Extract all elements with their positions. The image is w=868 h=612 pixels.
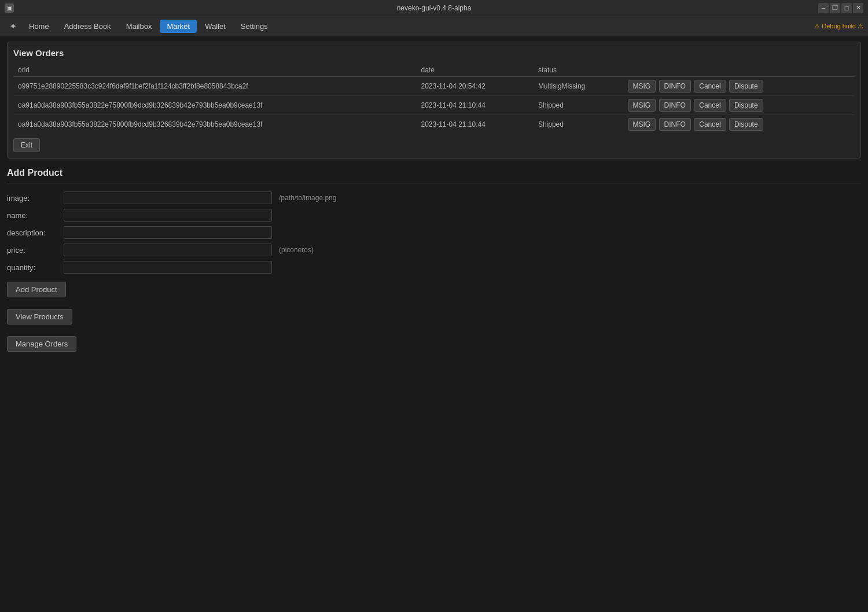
quantity-input[interactable]: [64, 261, 272, 274]
order-date: 2023-11-04 20:54:42: [416, 77, 533, 96]
order-actions: MSIG DINFO Cancel Dispute: [623, 115, 855, 134]
nav-address-book[interactable]: Address Book: [57, 20, 118, 33]
dinfo-button[interactable]: DINFO: [659, 80, 691, 93]
manage-orders-button[interactable]: Manage Orders: [7, 336, 76, 352]
order-status: Shipped: [534, 115, 623, 134]
main-content: View Orders orid date status o99751e2889…: [0, 37, 868, 612]
order-actions: MSIG DINFO Cancel Dispute: [623, 77, 855, 96]
col-status: status: [534, 64, 623, 77]
form-row-image: image: /path/to/image.png: [7, 191, 861, 204]
section-divider: [7, 183, 861, 183]
titlebar: ▣ neveko-gui-v0.4.8-alpha − ❐ □ ✕: [0, 0, 868, 16]
titlebar-title: neveko-gui-v0.4.8-alpha: [397, 4, 472, 12]
nav-market[interactable]: Market: [160, 20, 197, 33]
close-button[interactable]: ✕: [853, 3, 863, 13]
cancel-button[interactable]: Cancel: [694, 99, 726, 112]
form-row-quantity: quantity:: [7, 261, 861, 274]
orders-table: orid date status o99751e28890225583c3c92…: [13, 64, 855, 134]
order-orid: oa91a0da38a903fb55a3822e75800fb9dcd9b326…: [13, 96, 416, 115]
price-hint: (piconeros): [279, 246, 314, 254]
add-product-button[interactable]: Add Product: [7, 282, 66, 297]
view-products-button[interactable]: View Products: [7, 309, 72, 325]
description-label: description:: [7, 228, 59, 237]
table-row: o99751e28890225583c3c924f6daf9f1bef2fa1f…: [13, 77, 855, 96]
minimize-button[interactable]: −: [818, 3, 829, 13]
add-product-title: Add Product: [7, 168, 861, 178]
form-row-description: description:: [7, 226, 861, 239]
image-label: image:: [7, 194, 59, 202]
table-row: oa91a0da38a903fb55a3822e75800fb9dcd9b326…: [13, 96, 855, 115]
dinfo-button[interactable]: DINFO: [659, 118, 691, 131]
price-label: price:: [7, 246, 59, 255]
quantity-label: quantity:: [7, 263, 59, 272]
nav-home[interactable]: Home: [22, 20, 56, 33]
order-orid: o99751e28890225583c3c924f6daf9f1bef2fa1f…: [13, 77, 416, 96]
order-date: 2023-11-04 21:10:44: [416, 115, 533, 134]
dinfo-button[interactable]: DINFO: [659, 99, 691, 112]
msig-button[interactable]: MSIG: [628, 80, 656, 93]
nav-settings[interactable]: Settings: [234, 20, 275, 33]
col-date: date: [416, 64, 533, 77]
dispute-button[interactable]: Dispute: [729, 80, 763, 93]
msig-button[interactable]: MSIG: [628, 99, 656, 112]
add-product-section: Add Product image: /path/to/image.png na…: [7, 168, 861, 309]
order-status: Shipped: [534, 96, 623, 115]
msig-button[interactable]: MSIG: [628, 118, 656, 131]
app-icon: ▣: [5, 3, 14, 13]
table-row: oa91a0da38a903fb55a3822e75800fb9dcd9b326…: [13, 115, 855, 134]
order-orid: oa91a0da38a903fb55a3822e75800fb9dcd9b326…: [13, 115, 416, 134]
image-hint: /path/to/image.png: [279, 194, 336, 202]
titlebar-left: ▣: [5, 3, 14, 13]
description-input[interactable]: [64, 226, 272, 239]
image-input[interactable]: [64, 191, 272, 204]
col-orid: orid: [13, 64, 416, 77]
name-input[interactable]: [64, 209, 272, 222]
nav-mailbox[interactable]: Mailbox: [119, 20, 159, 33]
debug-badge: ⚠ Debug build ⚠: [814, 23, 863, 30]
nav-wallet[interactable]: Wallet: [198, 20, 233, 33]
name-label: name:: [7, 211, 59, 220]
menubar-nav: ✦ Home Address Book Mailbox Market Walle…: [5, 19, 275, 35]
star-icon[interactable]: ✦: [5, 19, 21, 35]
dispute-button[interactable]: Dispute: [729, 99, 763, 112]
maximize-button[interactable]: □: [841, 3, 852, 13]
menubar: ✦ Home Address Book Mailbox Market Walle…: [0, 16, 868, 37]
form-row-name: name:: [7, 209, 861, 222]
orders-panel: View Orders orid date status o99751e2889…: [7, 42, 861, 158]
titlebar-controls: − ❐ □ ✕: [818, 3, 863, 13]
orders-title: View Orders: [13, 48, 855, 58]
price-input[interactable]: [64, 244, 272, 256]
exit-button[interactable]: Exit: [13, 138, 40, 152]
order-actions: MSIG DINFO Cancel Dispute: [623, 96, 855, 115]
order-date: 2023-11-04 21:10:44: [416, 96, 533, 115]
dispute-button[interactable]: Dispute: [729, 118, 763, 131]
form-row-price: price: (piconeros): [7, 244, 861, 256]
cancel-button[interactable]: Cancel: [694, 118, 726, 131]
order-status: MultisigMissing: [534, 77, 623, 96]
restore-button[interactable]: ❐: [830, 3, 840, 13]
cancel-button[interactable]: Cancel: [694, 80, 726, 93]
